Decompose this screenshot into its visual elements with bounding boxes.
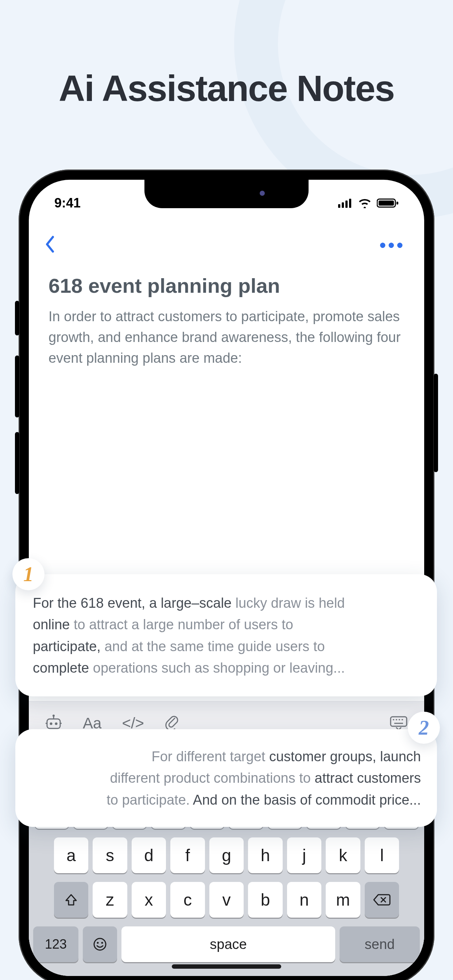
key-a[interactable]: a bbox=[54, 837, 89, 873]
svg-rect-1 bbox=[342, 202, 344, 208]
svg-point-8 bbox=[50, 722, 53, 725]
key-l[interactable]: l bbox=[365, 837, 399, 873]
chevron-left-icon bbox=[45, 235, 55, 253]
svg-rect-5 bbox=[379, 200, 394, 205]
svg-rect-14 bbox=[391, 717, 407, 726]
key-d[interactable]: d bbox=[132, 837, 166, 873]
status-icons bbox=[338, 198, 399, 208]
notch bbox=[144, 180, 309, 208]
suggestion-2-text: For different target customer groups, la… bbox=[37, 746, 421, 811]
badge-2: 2 bbox=[408, 712, 440, 744]
suggestion-1-text: For the 618 event, a large–scale lucky d… bbox=[33, 592, 421, 679]
key-h[interactable]: h bbox=[248, 837, 283, 873]
svg-rect-6 bbox=[396, 202, 398, 205]
note-title[interactable]: 618 event planning plan bbox=[29, 263, 424, 303]
key-b[interactable]: b bbox=[248, 882, 283, 918]
svg-rect-3 bbox=[349, 199, 351, 208]
key-row-3: z x c v b n m bbox=[33, 882, 420, 918]
note-body[interactable]: In order to attract customers to partici… bbox=[29, 303, 424, 383]
svg-rect-2 bbox=[345, 200, 348, 208]
numeric-key[interactable]: 123 bbox=[33, 926, 78, 962]
back-button[interactable] bbox=[45, 235, 55, 255]
backspace-icon bbox=[373, 893, 391, 906]
home-indicator[interactable] bbox=[172, 964, 281, 969]
svg-point-22 bbox=[94, 939, 106, 950]
key-n[interactable]: n bbox=[287, 882, 322, 918]
key-row-4: 123 space send bbox=[33, 926, 420, 962]
shift-key[interactable] bbox=[54, 882, 89, 918]
backspace-key[interactable] bbox=[365, 882, 399, 918]
key-c[interactable]: c bbox=[170, 882, 205, 918]
cellular-icon bbox=[338, 198, 353, 208]
key-m[interactable]: m bbox=[326, 882, 360, 918]
key-g[interactable]: g bbox=[209, 837, 244, 873]
key-z[interactable]: z bbox=[93, 882, 127, 918]
svg-point-24 bbox=[101, 942, 103, 944]
send-key[interactable]: send bbox=[340, 926, 420, 962]
space-key[interactable]: space bbox=[121, 926, 335, 962]
key-f[interactable]: f bbox=[170, 837, 205, 873]
key-s[interactable]: s bbox=[93, 837, 127, 873]
emoji-key[interactable] bbox=[83, 926, 117, 962]
shift-icon bbox=[64, 892, 78, 907]
svg-point-9 bbox=[55, 722, 57, 725]
svg-rect-0 bbox=[338, 204, 340, 208]
battery-icon bbox=[377, 198, 399, 208]
key-k[interactable]: k bbox=[326, 837, 360, 873]
ai-suggestion-card-2[interactable]: 2 For different target customer groups, … bbox=[15, 729, 437, 827]
status-time: 9:41 bbox=[54, 196, 81, 211]
svg-point-11 bbox=[53, 714, 55, 717]
more-button[interactable]: ••• bbox=[379, 234, 405, 256]
side-button bbox=[15, 432, 19, 494]
key-row-2: a s d f g h j k l bbox=[33, 837, 420, 873]
key-j[interactable]: j bbox=[287, 837, 322, 873]
svg-point-23 bbox=[97, 942, 99, 944]
side-button bbox=[434, 374, 438, 472]
key-v[interactable]: v bbox=[209, 882, 244, 918]
ai-suggestion-card-1[interactable]: 1 For the 618 event, a large–scale lucky… bbox=[15, 574, 437, 696]
key-x[interactable]: x bbox=[132, 882, 166, 918]
side-button bbox=[15, 301, 19, 336]
wifi-icon bbox=[358, 198, 372, 208]
side-button bbox=[15, 355, 19, 417]
nav-row: ••• bbox=[29, 220, 424, 263]
emoji-icon bbox=[93, 937, 107, 951]
svg-rect-7 bbox=[47, 719, 60, 729]
page-headline: Ai Assistance Notes bbox=[59, 67, 394, 110]
badge-1: 1 bbox=[13, 558, 45, 590]
